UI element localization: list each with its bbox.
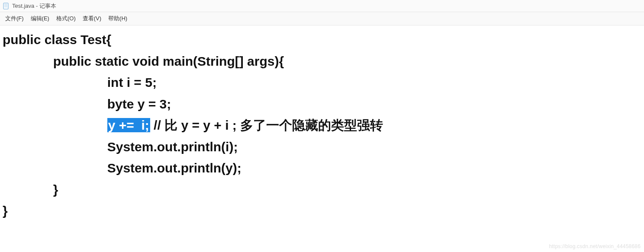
window-title: Test.java - 记事本 [12,2,56,10]
code-line-9: } [3,200,641,222]
watermark-text: https://blog.csdn.net/weixin_44458686 [549,243,641,249]
selected-text: y += i; [107,118,150,132]
code-line-7: System.out.println(y); [3,157,641,179]
menu-format[interactable]: 格式(O) [54,14,78,23]
code-line-5: y += i; // 比 y = y + i ; 多了一个隐藏的类型强转 [3,115,641,136]
code-line-4: byte y = 3; [3,93,641,115]
menu-help[interactable]: 帮助(H) [106,14,130,23]
menu-bar: 文件(F) 编辑(E) 格式(O) 查看(V) 帮助(H) [0,12,644,26]
notepad-icon [3,3,10,10]
code-line-6: System.out.println(i); [3,136,641,158]
menu-view[interactable]: 查看(V) [80,14,104,23]
menu-edit[interactable]: 编辑(E) [28,14,52,23]
code-line-1: public class Test{ [3,29,641,51]
code-line-2: public static void main(String[] args){ [3,51,641,72]
text-editor-area[interactable]: public class Test{ public static void ma… [0,26,644,225]
code-line-3: int i = 5; [3,72,641,93]
svg-rect-0 [3,3,8,9]
code-line-8: } [3,179,641,201]
title-bar: Test.java - 记事本 [0,0,644,12]
menu-file[interactable]: 文件(F) [3,14,26,23]
